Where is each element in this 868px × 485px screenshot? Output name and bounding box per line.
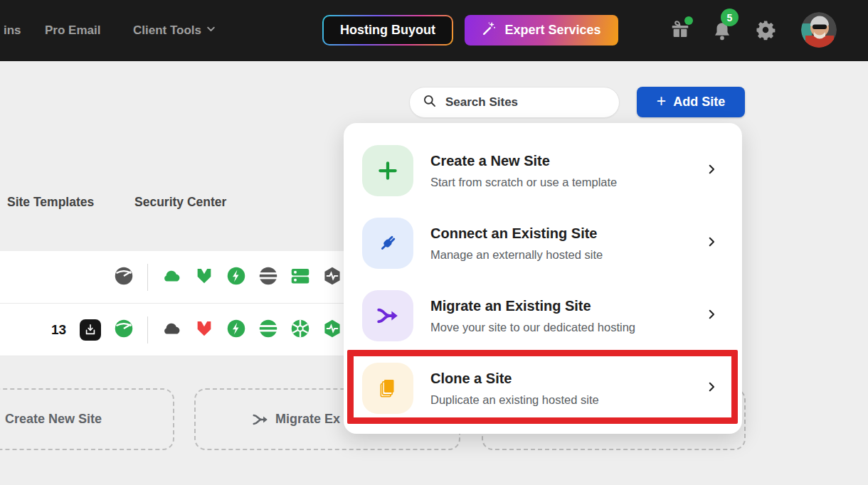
health-hexagon-icon <box>322 319 342 341</box>
nav-item-plugins[interactable]: ins <box>4 0 21 61</box>
nav-label: Client Tools <box>133 23 201 38</box>
create-new-site-label: Create New Site <box>5 412 102 427</box>
expert-services-label: Expert Services <box>504 23 600 38</box>
search-icon <box>423 94 437 111</box>
site-logo-icon <box>114 319 134 341</box>
plus-icon: + <box>657 92 666 111</box>
expert-services-button[interactable]: Expert Services <box>465 15 618 46</box>
menu-item-title: Clone a Site <box>430 371 599 387</box>
health-hexagon-icon <box>322 266 342 289</box>
nav-label: Pro Email <box>45 23 100 38</box>
menu-item-subtitle: Start from scratch or use a template <box>430 176 617 189</box>
server-icon <box>290 266 310 289</box>
menu-item-connect-existing-site[interactable]: Connect an Existing Site Manage an exter… <box>344 207 742 279</box>
menu-item-subtitle: Move your site to our dedicated hosting <box>430 321 635 334</box>
chevron-right-icon <box>705 308 718 324</box>
nav-item-pro-email[interactable]: Pro Email <box>45 0 100 61</box>
migrate-arrow-icon <box>251 410 270 432</box>
tab-site-templates[interactable]: Site Templates <box>7 195 94 210</box>
menu-item-migrate-existing-site[interactable]: Migrate an Existing Site Move your site … <box>344 279 742 352</box>
menu-item-create-new-site[interactable]: Create a New Site Start from scratch or … <box>344 134 742 207</box>
database-icon <box>258 266 278 289</box>
menu-item-clone-a-site[interactable]: Clone a Site Duplicate an existing hoste… <box>344 352 742 425</box>
aperture-icon <box>290 319 310 341</box>
add-site-label: Add Site <box>673 95 725 110</box>
hosting-buyout-button[interactable]: Hosting Buyout <box>322 15 453 46</box>
nav-label: ins <box>4 23 21 38</box>
hosting-buyout-label: Hosting Buyout <box>340 23 435 38</box>
migrate-existing-label: Migrate Ex <box>275 412 340 427</box>
cloud-icon <box>162 266 181 289</box>
chevron-down-icon <box>206 23 216 38</box>
menu-item-subtitle: Manage an externally hosted site <box>430 248 603 262</box>
updates-count: 13 <box>51 322 66 338</box>
copy-pages-icon <box>362 363 413 414</box>
search-sites-input-wrap <box>409 87 620 118</box>
chevron-right-icon <box>705 235 718 251</box>
merge-arrow-icon <box>362 290 413 341</box>
create-new-site-button[interactable]: Create New Site <box>0 388 174 450</box>
divider <box>147 316 148 343</box>
download-updates-icon[interactable] <box>80 319 101 341</box>
plug-icon <box>362 218 413 269</box>
avatar[interactable] <box>801 12 837 48</box>
menu-item-title: Connect an Existing Site <box>430 225 603 242</box>
add-site-menu: Create a New Site Start from scratch or … <box>344 123 742 434</box>
lightning-icon <box>226 319 246 341</box>
gear-icon[interactable] <box>755 19 776 41</box>
gift-new-dot <box>684 16 693 25</box>
add-site-button[interactable]: + Add Site <box>637 87 745 117</box>
shield-alert-icon <box>194 319 214 341</box>
lightning-icon <box>226 266 246 289</box>
search-sites-input[interactable] <box>445 95 588 110</box>
cloud-icon <box>162 319 181 341</box>
chevron-right-icon <box>705 380 718 396</box>
plus-icon <box>362 145 413 196</box>
menu-item-subtitle: Duplicate an existing hosted site <box>430 393 599 407</box>
notification-count-badge: 5 <box>721 9 739 26</box>
tab-security-center[interactable]: Security Center <box>134 195 226 210</box>
nav-item-client-tools[interactable]: Client Tools <box>133 0 216 61</box>
chevron-right-icon <box>705 163 718 178</box>
menu-item-title: Migrate an Existing Site <box>430 298 635 314</box>
divider <box>147 264 148 291</box>
magic-wand-icon <box>482 21 497 40</box>
database-icon <box>258 319 278 341</box>
menu-item-title: Create a New Site <box>430 153 617 169</box>
top-navigation-bar: ins Pro Email Client Tools Hosting Buyou… <box>0 0 868 61</box>
site-logo-icon <box>114 266 134 289</box>
shield-icon <box>194 266 214 289</box>
gift-icon[interactable] <box>669 19 691 41</box>
